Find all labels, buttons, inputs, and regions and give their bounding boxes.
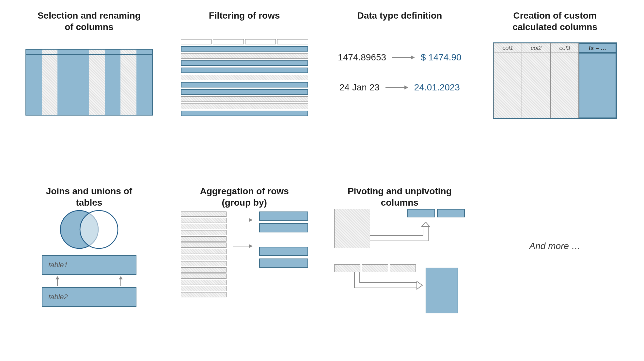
- panel-aggregation: Aggregation of rows (group by): [168, 185, 321, 348]
- pipe-arrow-up-icon: [370, 222, 439, 248]
- datatype-before: 1474.89653: [338, 52, 386, 63]
- svg-marker-7: [55, 276, 59, 279]
- pipe-arrow-right-icon: [354, 272, 426, 295]
- panel-title: Aggregation of rows (group by): [200, 185, 289, 212]
- svg-point-5: [80, 211, 118, 248]
- panel-title: Joins and unions of tables: [46, 185, 132, 212]
- panel-title: Selection and renaming of columns: [38, 10, 141, 39]
- union-arrows-icon: [42, 276, 136, 286]
- panel-pivot-unpivot: Pivoting and unpivoting columns: [324, 185, 476, 348]
- panel-calculated-columns: Creation of custom calculated columns co…: [479, 10, 631, 172]
- datatype-after: $ 1474.90: [421, 52, 462, 63]
- svg-marker-9: [119, 276, 123, 279]
- groupby-icon: [181, 212, 308, 297]
- panel-filtering-rows: Filtering of rows: [168, 10, 321, 172]
- union-table2: table2: [42, 287, 136, 307]
- venn-icon: [53, 208, 125, 251]
- panel-title: Filtering of rows: [209, 10, 280, 39]
- svg-marker-15: [417, 281, 422, 289]
- arrow-right-icon: [233, 217, 253, 224]
- panel-title: Pivoting and unpivoting columns: [348, 185, 452, 212]
- union-table1: table1: [42, 255, 136, 275]
- arrow-right-icon: [385, 85, 408, 90]
- datatype-after: 24.01.2023: [414, 82, 460, 93]
- arrow-right-icon: [233, 243, 253, 250]
- panel-and-more: And more …: [479, 185, 631, 348]
- arrow-right-icon: [392, 55, 415, 60]
- svg-marker-3: [404, 86, 408, 89]
- svg-marker-1: [411, 55, 415, 59]
- col-header: col3: [550, 43, 579, 53]
- col-header: col2: [522, 43, 550, 53]
- rows-filter-icon: [181, 39, 308, 116]
- pivot-icon: [334, 209, 465, 313]
- fx-header: fx = …: [579, 43, 616, 53]
- panel-selection-renaming: Selection and renaming of columns: [13, 10, 165, 172]
- svg-marker-13: [249, 244, 253, 248]
- col-header: col1: [494, 43, 522, 53]
- svg-marker-14: [422, 222, 430, 227]
- columns-table-icon: [25, 49, 153, 116]
- datatype-before: 24 Jan 23: [339, 82, 380, 93]
- datatype-examples: 1474.89653 $ 1474.90 24 Jan 23 24.01.202…: [331, 52, 468, 93]
- panel-joins-unions: Joins and unions of tables table1 table2: [13, 185, 165, 348]
- fx-table-icon: col1 col2 col3 fx = …: [493, 42, 617, 119]
- svg-marker-11: [249, 218, 253, 222]
- panel-data-type: Data type definition 1474.89653 $ 1474.9…: [324, 10, 476, 172]
- panel-title: Creation of custom calculated columns: [512, 10, 597, 39]
- panel-title: Data type definition: [357, 10, 442, 39]
- and-more-text: And more …: [529, 241, 581, 251]
